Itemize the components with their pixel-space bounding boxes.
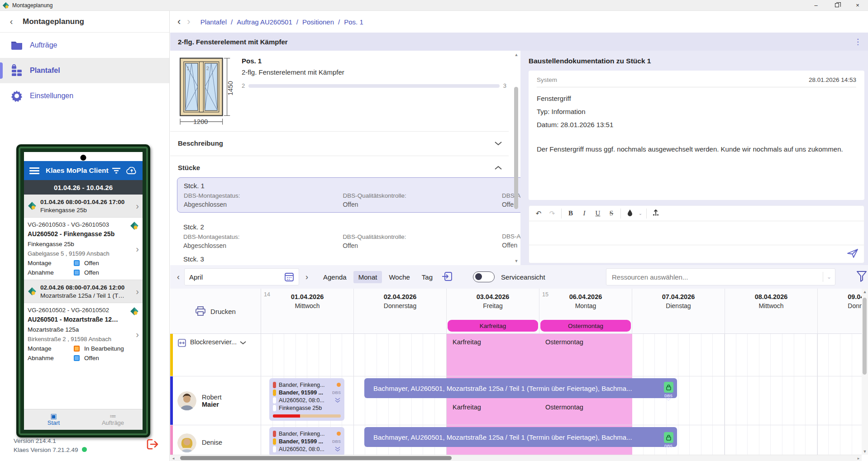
- stueck-card-2[interactable]: Stck. 2 DBS-Montagestatus: Abgeschlossen…: [177, 219, 520, 253]
- logout-button[interactable]: [146, 438, 159, 452]
- detail-scrollbar[interactable]: ▲ ▼: [513, 52, 520, 264]
- breadcrumb-auftrag[interactable]: Auftrag AU260501: [237, 18, 292, 26]
- row-day-area[interactable]: Karfreitag Ostermontag Bander, Finkeng..…: [261, 376, 862, 425]
- doc-message-card: System 28.01.2026 14:53 Fenstergriff Typ…: [529, 71, 864, 200]
- serviceansicht-toggle[interactable]: [473, 271, 495, 282]
- event-bar-bachmayer[interactable]: Bachmayer, AU260501, Mozartstraße 125a /…: [364, 427, 677, 447]
- color-dropdown-chevron-icon[interactable]: ⌄: [637, 211, 644, 216]
- view-tab-tag[interactable]: Tag: [417, 271, 438, 283]
- goto-date-icon[interactable]: [441, 271, 453, 283]
- nav-forward-icon[interactable]: ›: [187, 16, 190, 28]
- calendar-grid: Drucken 14 01.04.2026 Mittwoch 02.04.202…: [170, 289, 862, 455]
- resource-cell[interactable]: Robert Maier: [170, 376, 261, 425]
- pos-title: Pos. 1: [242, 57, 506, 65]
- underline-button[interactable]: U: [591, 209, 605, 217]
- restore-button[interactable]: [826, 0, 847, 10]
- redo-icon[interactable]: ↷: [545, 209, 559, 218]
- status-pill-amber: [273, 390, 276, 396]
- nav-back-icon[interactable]: ‹: [177, 16, 181, 28]
- double-chevron-down-icon[interactable]: [334, 398, 341, 403]
- quali-status-value: Offen: [343, 201, 501, 208]
- section-beschreibung[interactable]: Beschreibung: [178, 139, 502, 147]
- chevron-down-icon[interactable]: [239, 341, 247, 345]
- view-tab-woche[interactable]: Woche: [384, 271, 415, 283]
- order-address: Birkenstraße 2 , 91598 Ansbach: [28, 336, 138, 342]
- calendar-icon[interactable]: [284, 272, 294, 282]
- close-button[interactable]: ×: [847, 0, 868, 10]
- undo-icon[interactable]: ↶: [532, 209, 545, 218]
- period-input[interactable]: [189, 273, 284, 281]
- sidebar-item-label: Aufträge: [30, 41, 57, 49]
- event-bar-bachmayer[interactable]: Bachmayer, AU260501, Mozartstraße 125a /…: [364, 378, 677, 398]
- calendar-vscrollbar[interactable]: ▲ ▼: [862, 289, 868, 455]
- double-chevron-down-icon[interactable]: [334, 447, 341, 452]
- scrollbar-thumb[interactable]: [180, 456, 452, 460]
- scrollbar-thumb[interactable]: [514, 87, 518, 209]
- next-period-icon[interactable]: ›: [305, 272, 308, 282]
- strikethrough-button[interactable]: S: [605, 209, 618, 217]
- order-title: AU260501 - Mozartstraße 12…: [28, 316, 138, 323]
- row-day-area[interactable]: Karfreitag Ostermontag: [261, 334, 862, 376]
- chevron-up-icon[interactable]: [494, 166, 502, 170]
- sidebar-item-einstellungen[interactable]: Einstellungen: [0, 83, 169, 109]
- app-window: Montageplanung – × ‹ Montageplanung Auft…: [0, 0, 868, 461]
- text-color-icon[interactable]: [623, 209, 637, 218]
- scroll-up-icon[interactable]: ▲: [862, 289, 868, 295]
- breadcrumb-positionen[interactable]: Positionen: [302, 18, 334, 26]
- filter-funnel-icon[interactable]: [856, 271, 867, 284]
- day-header: 15 06.04.2026 Montag Ostermontag: [539, 289, 632, 334]
- row-day-area[interactable]: Bander, Finkeng... Bander, 91599 ...DBS …: [261, 425, 862, 455]
- day-header: 14 01.04.2026 Mittwoch: [261, 289, 354, 334]
- upload-icon[interactable]: [649, 209, 663, 218]
- resource-input[interactable]: [612, 273, 823, 281]
- breadcrumb-plantafel[interactable]: Plantafel: [200, 18, 227, 26]
- scroll-down-icon[interactable]: ▼: [513, 258, 520, 264]
- section-label: Beschreibung: [178, 139, 223, 147]
- view-tab-monat[interactable]: Monat: [353, 271, 382, 283]
- stueck-card-1[interactable]: Stck. 1 DBS-Montagestatus: Abgeschlossen…: [177, 177, 520, 213]
- italic-button[interactable]: I: [577, 209, 591, 217]
- sidebar-back-icon[interactable]: ‹: [0, 16, 23, 27]
- bold-button[interactable]: B: [564, 209, 577, 217]
- event-card-bander[interactable]: Bander, Finkeng... Bander, 91599 ...DBS …: [269, 378, 344, 421]
- serviceansicht-label: Serviceansicht: [501, 273, 545, 281]
- resource-row-robert: Karfreitag Ostermontag Bander, Finkeng..…: [170, 376, 862, 425]
- resource-select[interactable]: ⌄: [606, 268, 835, 285]
- breadcrumb-pos1[interactable]: Pos. 1: [344, 18, 363, 26]
- period-picker[interactable]: [184, 268, 299, 285]
- stueck-card-3[interactable]: Stck. 3 Bau-100-103: [177, 251, 520, 265]
- prev-period-icon[interactable]: ‹: [177, 272, 180, 282]
- scrollbar-thumb[interactable]: [863, 298, 867, 375]
- chevron-right-icon: ›: [136, 286, 139, 297]
- scroll-down-icon[interactable]: ▼: [862, 448, 868, 455]
- view-tab-agenda[interactable]: Agenda: [318, 271, 352, 283]
- minimize-button[interactable]: –: [806, 0, 826, 10]
- section-stuecke[interactable]: Stücke: [178, 164, 502, 171]
- resource-cell[interactable]: Denise: [170, 425, 261, 455]
- kebab-menu-icon[interactable]: ⋮: [854, 37, 862, 47]
- width-dimension: 1200: [193, 118, 208, 125]
- quali-status-value: Offen: [343, 242, 502, 249]
- combo-chevron-icon[interactable]: ⌄: [827, 274, 831, 280]
- gear-icon: [10, 89, 24, 103]
- calendar-hscrollbar[interactable]: ◂ ▸: [170, 455, 862, 461]
- resource-cell[interactable]: Blockreservier...: [170, 334, 261, 376]
- send-button[interactable]: [847, 248, 858, 260]
- sidebar-item-plantafel[interactable]: Plantafel: [0, 58, 169, 83]
- chevron-down-icon[interactable]: [494, 141, 502, 146]
- phone-tab-auftraege: ≔ Aufträge: [83, 413, 143, 426]
- scroll-right-icon[interactable]: ▸: [855, 455, 862, 461]
- scroll-left-icon[interactable]: ◂: [170, 455, 176, 461]
- event-card-bander[interactable]: Bander, Finkeng... Bander, 91599 ...DBS …: [269, 427, 344, 455]
- editor-textarea[interactable]: [529, 221, 864, 245]
- day-date: 01.04.2026: [261, 293, 353, 300]
- scroll-up-icon[interactable]: ▲: [513, 52, 520, 58]
- chevron-right-icon: ›: [136, 243, 139, 254]
- day-date: 03.04.2026: [447, 293, 539, 300]
- avatar: [177, 391, 196, 410]
- sidebar-item-auftraege[interactable]: Aufträge: [0, 33, 169, 58]
- phone-order-item: VG-26010503 - VG-26010503 AU260502 - Fin…: [24, 218, 143, 280]
- sash1-number: 1: [187, 66, 190, 71]
- print-button[interactable]: Drucken: [170, 289, 261, 334]
- day-name: Dienstag: [632, 302, 725, 309]
